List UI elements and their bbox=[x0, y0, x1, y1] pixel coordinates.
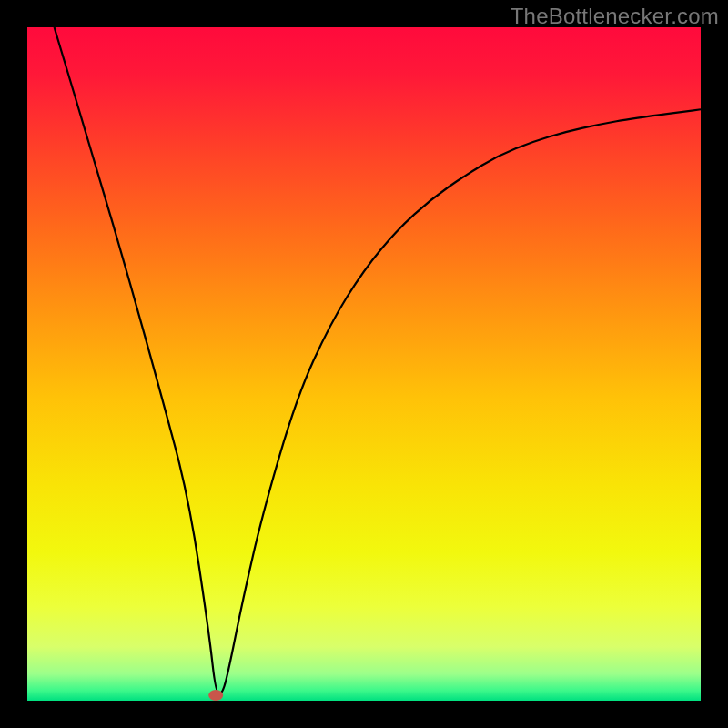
bottleneck-chart bbox=[0, 0, 728, 728]
watermark-text: TheBottlenecker.com bbox=[511, 4, 719, 29]
chart-frame: TheBottlenecker.com bbox=[0, 0, 728, 728]
plot-background bbox=[27, 27, 701, 701]
optimum-marker bbox=[208, 690, 223, 701]
